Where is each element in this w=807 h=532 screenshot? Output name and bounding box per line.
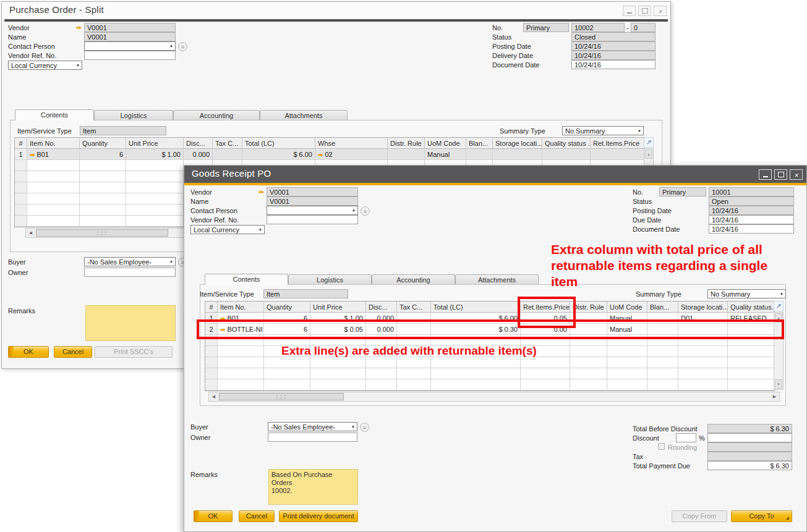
remarks-field[interactable]: Based On Purchase Orders 10002. (268, 469, 358, 505)
owner-field[interactable] (84, 268, 176, 277)
copy-to-button[interactable]: Copy To (731, 510, 792, 522)
cell[interactable] (264, 357, 310, 368)
cell[interactable] (80, 160, 126, 171)
tab-accounting[interactable]: Accounting (372, 274, 455, 285)
tab-attachments[interactable]: Attachments (260, 110, 348, 120)
cell[interactable] (80, 216, 126, 227)
cell[interactable] (27, 171, 80, 182)
due-date-field[interactable]: 10/24/16 (709, 215, 794, 224)
cell[interactable] (397, 368, 431, 379)
cell[interactable] (218, 357, 264, 368)
cancel-button[interactable]: Cancel (54, 346, 92, 358)
discount-percent-field[interactable] (676, 433, 696, 442)
cell[interactable] (728, 379, 774, 391)
cell[interactable] (310, 368, 366, 379)
column-header-disc[interactable]: Disc... (366, 302, 397, 313)
cell[interactable] (15, 205, 27, 216)
link-arrow-icon[interactable] (258, 188, 266, 196)
cell[interactable] (388, 149, 425, 160)
horizontal-scrollbar[interactable] (208, 392, 780, 402)
cell[interactable] (728, 357, 774, 368)
cell[interactable] (570, 368, 607, 379)
table-row[interactable]: 1B016$ 1.000.000$ 6.0002Manual (15, 149, 644, 160)
column-header-storage-locati[interactable]: Storage locati... (493, 138, 542, 149)
cell[interactable] (570, 357, 607, 368)
list-icon[interactable] (178, 42, 187, 51)
cell[interactable] (15, 182, 27, 193)
cell[interactable] (607, 379, 647, 391)
cell[interactable] (205, 368, 218, 379)
cell[interactable] (15, 193, 27, 205)
cell[interactable] (607, 346, 647, 357)
doc-number-field[interactable]: 10001 (709, 187, 794, 196)
cell[interactable] (678, 357, 728, 368)
cell[interactable] (728, 368, 774, 379)
remarks-field[interactable] (85, 305, 176, 341)
cell[interactable] (493, 149, 542, 160)
delivery-date-field[interactable]: 10/24/16 (571, 51, 655, 60)
column-header-quantity[interactable]: Quantity (264, 302, 310, 313)
cell[interactable] (521, 379, 570, 391)
document-date-field[interactable]: 10/24/16 (709, 224, 794, 234)
cell[interactable] (205, 346, 218, 357)
link-arrow-icon[interactable] (318, 151, 323, 158)
series-field[interactable]: Primary (659, 187, 706, 196)
cell[interactable] (15, 216, 27, 227)
expand-table-icon[interactable] (644, 137, 654, 148)
column-header-item-no[interactable]: Item No. (218, 302, 264, 313)
cell[interactable]: 02 (315, 149, 388, 160)
cell[interactable] (126, 160, 184, 171)
column-header-total-lc[interactable]: Total (LC) (431, 302, 521, 313)
cell[interactable] (80, 193, 126, 205)
buyer-select[interactable]: -No Sales Employee- (268, 422, 357, 431)
cell[interactable] (647, 379, 678, 391)
column-header-distr-rule[interactable]: Distr. Rule (388, 138, 425, 149)
cell[interactable] (647, 368, 678, 379)
posting-date-field[interactable]: 10/24/16 (709, 206, 794, 215)
cell[interactable] (647, 346, 678, 357)
close-button[interactable] (790, 169, 803, 180)
cell[interactable] (607, 357, 647, 368)
cancel-button[interactable]: Cancel (239, 510, 275, 522)
column-header-[interactable]: # (205, 302, 218, 313)
cell[interactable] (27, 216, 80, 227)
cell[interactable] (80, 171, 126, 182)
copy-from-button[interactable]: Copy From (672, 510, 727, 522)
cell[interactable] (15, 171, 27, 182)
cell[interactable] (126, 182, 184, 193)
cell[interactable] (366, 357, 397, 368)
column-header-tax-c[interactable]: Tax C... (397, 302, 431, 313)
tab-accounting[interactable]: Accounting (173, 110, 260, 120)
cell[interactable] (366, 379, 397, 391)
cell[interactable]: Manual (425, 149, 466, 160)
cell[interactable] (205, 379, 218, 391)
cell[interactable] (678, 346, 728, 357)
currency-select[interactable]: Local Currency (8, 61, 82, 70)
owner-field[interactable] (268, 433, 357, 442)
doc-suffix-field[interactable]: 0 (631, 23, 655, 32)
rounding-checkbox[interactable] (658, 443, 665, 450)
tab-logistics[interactable]: Logistics (288, 274, 372, 285)
cell[interactable] (431, 379, 521, 391)
column-header-disc[interactable]: Disc... (184, 138, 213, 149)
series-field[interactable]: Primary (523, 23, 569, 32)
cell[interactable]: 1 (15, 149, 27, 160)
document-date-field[interactable]: 10/24/16 (571, 60, 655, 69)
link-arrow-icon[interactable] (30, 151, 35, 158)
cell[interactable] (264, 368, 310, 379)
cell[interactable] (678, 379, 728, 391)
cell[interactable] (570, 379, 607, 391)
minimize-button[interactable] (759, 169, 772, 180)
cell[interactable]: 6 (80, 149, 126, 160)
cell[interactable] (126, 216, 184, 227)
scroll-down-icon[interactable] (775, 379, 782, 389)
column-header-total-lc[interactable]: Total (LC) (242, 138, 315, 149)
table-row-empty[interactable] (205, 368, 774, 379)
cell[interactable] (126, 171, 184, 182)
tab-contents[interactable]: Contents (205, 274, 288, 285)
item-service-type-field[interactable]: Item (263, 289, 348, 298)
cell[interactable] (728, 346, 774, 357)
po-title-bar[interactable]: Purchase Order - Split (2, 2, 670, 19)
column-header-item-no[interactable]: Item No. (27, 138, 80, 149)
print-delivery-button[interactable]: Print delivery document (279, 510, 358, 522)
